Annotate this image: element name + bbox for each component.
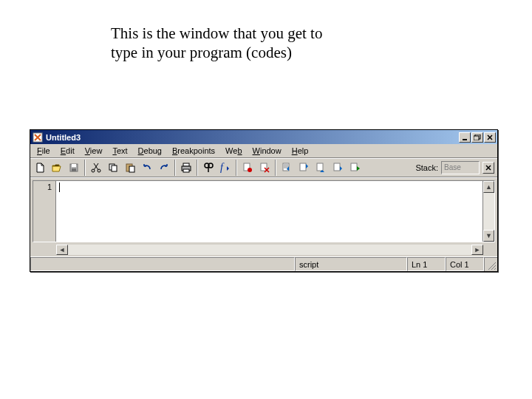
svg-rect-15 xyxy=(183,169,189,172)
set-breakpoint-icon xyxy=(242,162,253,174)
minimize-button[interactable] xyxy=(459,132,471,143)
redo-icon xyxy=(158,162,170,174)
continue-icon xyxy=(349,162,361,174)
menu-bar: File Edit View Text Debug Breakpoints We… xyxy=(30,144,497,158)
svg-rect-13 xyxy=(183,163,189,166)
menu-file[interactable]: File xyxy=(32,146,55,156)
restore-button[interactable] xyxy=(471,132,483,143)
editor-area: 1 ▲ ▼ xyxy=(30,177,497,245)
open-folder-icon xyxy=(51,162,63,174)
run-to-cursor-icon xyxy=(332,162,344,174)
cut-icon xyxy=(90,162,102,174)
svg-rect-25 xyxy=(334,163,340,171)
find-button[interactable] xyxy=(200,160,216,176)
editor-window: Untitled3 File Edit View Text Debug Brea… xyxy=(30,129,498,272)
line-number: 1 xyxy=(33,183,52,191)
close-button[interactable] xyxy=(484,132,496,143)
menu-window[interactable]: Window xyxy=(248,146,287,156)
svg-rect-24 xyxy=(317,163,323,171)
step-button[interactable] xyxy=(279,160,295,176)
scroll-left-button[interactable]: ◄ xyxy=(56,245,68,255)
svg-rect-12 xyxy=(129,166,134,172)
set-breakpoint-button[interactable] xyxy=(239,160,256,176)
toolbar-separator xyxy=(84,160,86,176)
app-icon xyxy=(32,132,44,143)
menu-web[interactable]: Web xyxy=(220,146,247,156)
menu-edit[interactable]: Edit xyxy=(55,146,80,156)
redo-button[interactable] xyxy=(156,160,172,176)
function-icon: f xyxy=(219,162,232,174)
print-button[interactable] xyxy=(178,160,194,176)
annotation-text: This is the window that you get to type … xyxy=(111,24,322,63)
svg-rect-5 xyxy=(72,164,76,167)
paste-icon xyxy=(124,162,136,174)
clear-breakpoint-icon xyxy=(259,162,270,174)
menu-debug[interactable]: Debug xyxy=(133,146,167,156)
copy-icon xyxy=(107,162,119,174)
step-in-icon xyxy=(281,162,293,174)
undo-button[interactable] xyxy=(139,160,155,176)
save-button[interactable] xyxy=(66,160,82,176)
print-icon xyxy=(180,162,192,174)
undo-icon xyxy=(141,162,153,174)
menu-breakpoints[interactable]: Breakpoints xyxy=(167,146,220,156)
vertical-scrollbar[interactable]: ▲ ▼ xyxy=(482,181,494,242)
status-bar: script Ln 1 Col 1 xyxy=(30,256,497,271)
text-caret xyxy=(59,183,60,192)
stack-close-button[interactable] xyxy=(482,162,494,174)
status-line: Ln 1 xyxy=(407,257,446,271)
toolbar-separator xyxy=(197,160,198,176)
menu-view[interactable]: View xyxy=(80,146,108,156)
new-file-icon xyxy=(34,162,46,174)
scroll-track[interactable] xyxy=(68,245,471,255)
paste-button[interactable] xyxy=(122,160,138,176)
line-number-gutter: 1 xyxy=(33,181,56,242)
stack-label: Stack: xyxy=(415,163,438,172)
svg-rect-26 xyxy=(351,163,357,171)
svg-rect-10 xyxy=(112,166,117,171)
scroll-down-button[interactable]: ▼ xyxy=(483,230,494,242)
save-and-run-button[interactable] xyxy=(330,160,346,176)
open-button[interactable] xyxy=(49,160,65,176)
tool-bar: f Stack: Base xyxy=(30,158,497,177)
svg-point-20 xyxy=(248,168,252,172)
scroll-up-button[interactable]: ▲ xyxy=(483,181,494,193)
step-in-button[interactable] xyxy=(296,160,312,176)
new-file-button[interactable] xyxy=(32,160,48,176)
resize-grip[interactable] xyxy=(484,257,497,271)
exit-debug-button[interactable] xyxy=(347,160,363,176)
copy-button[interactable] xyxy=(105,160,121,176)
find-icon xyxy=(202,162,214,174)
stack-dropdown[interactable]: Base xyxy=(441,161,480,174)
horizontal-scrollbar[interactable]: ◄ ► xyxy=(30,245,497,256)
svg-rect-3 xyxy=(474,136,479,140)
status-column: Col 1 xyxy=(446,257,484,271)
step-over-icon xyxy=(298,162,310,174)
svg-text:f: f xyxy=(220,162,225,173)
menu-help[interactable]: Help xyxy=(287,146,314,156)
step-out-icon xyxy=(315,162,327,174)
save-icon xyxy=(68,162,80,174)
svg-point-7 xyxy=(92,169,95,172)
status-message xyxy=(30,257,295,271)
scroll-right-button[interactable]: ► xyxy=(471,245,483,255)
toolbar-separator xyxy=(174,160,176,176)
step-out-button[interactable] xyxy=(313,160,329,176)
svg-rect-6 xyxy=(72,168,76,171)
code-input[interactable] xyxy=(56,181,482,242)
menu-text[interactable]: Text xyxy=(107,146,132,156)
svg-rect-1 xyxy=(463,139,467,140)
status-file-type: script xyxy=(295,257,407,271)
clear-breakpoint-button[interactable] xyxy=(256,160,273,176)
svg-rect-23 xyxy=(300,163,306,171)
cut-button[interactable] xyxy=(88,160,104,176)
toolbar-separator xyxy=(275,160,276,176)
scroll-track[interactable] xyxy=(483,193,494,230)
show-functions-button[interactable]: f xyxy=(217,160,233,176)
title-bar[interactable]: Untitled3 xyxy=(30,130,497,144)
window-title: Untitled3 xyxy=(46,133,81,142)
svg-point-8 xyxy=(98,169,100,172)
toolbar-separator xyxy=(236,160,237,176)
